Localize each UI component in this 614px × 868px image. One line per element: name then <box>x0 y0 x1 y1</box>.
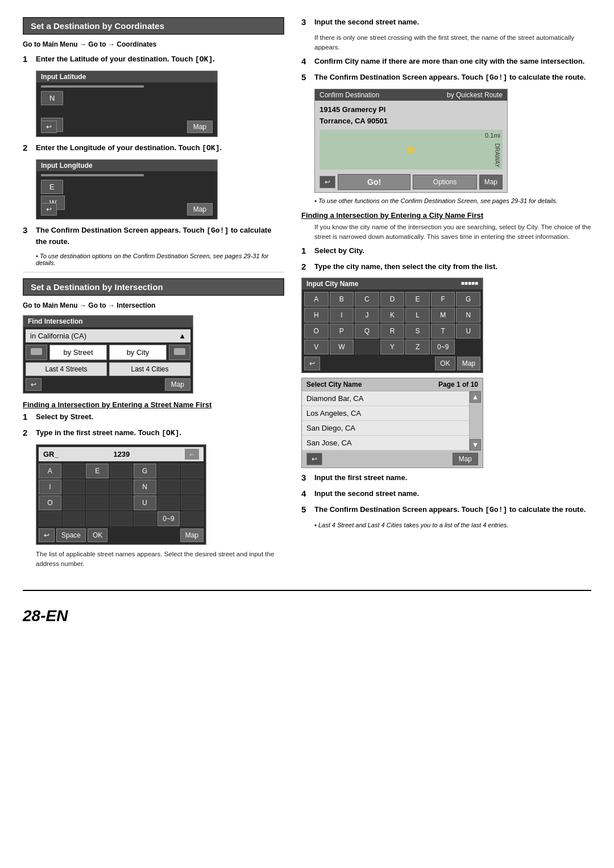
ckey-T[interactable]: T <box>431 324 455 338</box>
input-latitude-title: Input Latitude <box>36 71 217 82</box>
ckey-P[interactable]: P <box>330 324 354 338</box>
city-list-back-btn[interactable]: ↩ <box>306 453 322 465</box>
longitude-map-btn[interactable]: Map <box>187 203 213 216</box>
input-latitude-screen: Input Latitude N S Map ↩ <box>36 71 218 137</box>
ckey-Y[interactable]: Y <box>380 340 405 354</box>
key-A[interactable]: A <box>39 464 61 478</box>
kb-map-btn[interactable]: Map <box>180 528 204 542</box>
scroll-down-btn[interactable]: ▼ <box>470 439 481 450</box>
ckey-C[interactable]: C <box>355 292 379 307</box>
step2-inter-num: 2 <box>23 428 33 437</box>
city-item-3[interactable]: San Jose, CA <box>302 436 469 450</box>
city-kb-back-btn[interactable]: ↩ <box>304 357 320 370</box>
ckey-O[interactable]: O <box>304 324 329 338</box>
kb-ok-btn[interactable]: OK <box>88 528 107 542</box>
ckey-Z[interactable]: Z <box>405 340 430 354</box>
ckey-B[interactable]: B <box>330 292 354 307</box>
key-I[interactable]: I <box>39 480 61 494</box>
city-kb-indicator: ■■■■■ <box>461 280 478 288</box>
step3r-text: Input the second street name. <box>314 17 419 27</box>
step2-text: Enter the Longitude of your destination.… <box>36 143 222 154</box>
step3r-note: If there is only one street crossing wit… <box>314 33 591 53</box>
by-street-btn[interactable]: by Street <box>49 345 107 360</box>
street-keyboard-screen: GR_ 1239 ← A E G I N O <box>36 444 206 545</box>
kb-back-icon[interactable]: ← <box>185 449 199 460</box>
ckey-09[interactable]: 0~9 <box>431 340 455 354</box>
confirm-go-btn[interactable]: Go! <box>338 174 410 190</box>
city-keyboard-grid: A B C D E F G H I J K L M N O P Q R S T <box>304 292 480 354</box>
ckey-F[interactable]: F <box>431 292 455 307</box>
key-U[interactable]: U <box>134 495 156 510</box>
city-list-map-btn[interactable]: Map <box>453 453 478 465</box>
longitude-back-btn[interactable]: ↩ <box>41 203 57 216</box>
ckey-G[interactable]: G <box>456 292 480 307</box>
step2-inter-text: Type in the first street name. Touch [OK… <box>36 428 181 439</box>
scroll-up-btn[interactable]: ▲ <box>470 391 481 403</box>
confirm-map-btn[interactable]: Map <box>479 175 503 189</box>
find-map-btn[interactable]: Map <box>165 378 190 391</box>
confirm-back-btn[interactable]: ↩ <box>320 176 335 188</box>
city-kb-title-text: Input City Name <box>306 280 358 288</box>
step5r-text: The Confirm Destination Screen appears. … <box>314 72 586 83</box>
find-intersection-screen: Find Intersection in California (CA) ▲ b… <box>23 315 193 394</box>
last4-cities-btn[interactable]: Last 4 Cities <box>109 362 190 376</box>
step3-right: 3 Input the second street name. <box>301 17 591 27</box>
stepc4: 4 Input the second street name. <box>301 489 591 499</box>
ckey-Q[interactable]: Q <box>355 324 379 338</box>
city-kb-map-btn[interactable]: Map <box>457 357 480 370</box>
city-item-0[interactable]: Diamond Bar, CA <box>302 391 469 406</box>
find-icon2-btn <box>169 345 190 360</box>
stepc5-num: 5 <box>301 505 312 514</box>
confirm-map-area: ★ 0.1mi DRAWAY <box>320 130 503 170</box>
ckey-U[interactable]: U <box>456 324 480 338</box>
stepc5: 5 The Confirm Destination Screen appears… <box>301 505 591 515</box>
city-keyboard-screen: Input City Name ■■■■■ A B C D E F G H I … <box>301 278 483 373</box>
key-09[interactable]: 0~9 <box>157 511 180 526</box>
key-G[interactable]: G <box>134 464 156 478</box>
step5r-bullet: • To use other functions on the Confirm … <box>314 197 591 204</box>
city-item-1[interactable]: Los Angeles, CA <box>302 406 469 421</box>
finding-city-header: Finding a Intersection by Entering a Cit… <box>301 211 591 220</box>
section2-navpath: Go to Main Menu → Go to → Intersection <box>23 301 284 309</box>
kb-input-num: 1239 <box>113 450 130 458</box>
ckey-D[interactable]: D <box>380 292 405 307</box>
stepc3-text: Input the first street name. <box>314 473 407 483</box>
find-back-btn[interactable]: ↩ <box>26 378 42 391</box>
city-item-2[interactable]: San Diego, CA <box>302 421 469 436</box>
ckey-H[interactable]: H <box>304 308 329 323</box>
key-E[interactable]: E <box>86 464 109 478</box>
step4r-text: Confirm City name if there are more than… <box>314 56 584 67</box>
find-intersection-title: Find Intersection <box>23 316 193 327</box>
ckey-M[interactable]: M <box>431 308 455 323</box>
step5r-num: 5 <box>301 72 312 82</box>
key-N[interactable]: N <box>134 480 156 494</box>
by-city-btn[interactable]: by City <box>109 345 167 360</box>
ckey-J[interactable]: J <box>355 308 379 323</box>
ckey-E[interactable]: E <box>405 292 430 307</box>
ckey-A[interactable]: A <box>304 292 329 307</box>
step1-num: 1 <box>23 54 33 64</box>
ckey-K[interactable]: K <box>380 308 405 323</box>
ckey-I[interactable]: I <box>330 308 354 323</box>
ckey-S[interactable]: S <box>405 324 430 338</box>
stepc5-text: The Confirm Destination Screen appears. … <box>314 505 586 515</box>
ckey-R[interactable]: R <box>380 324 405 338</box>
latitude-N-btn[interactable]: N <box>41 91 63 105</box>
key-O[interactable]: O <box>39 495 61 510</box>
latitude-map-btn[interactable]: Map <box>187 121 213 133</box>
confirm-address2: Torrance, CA 90501 <box>320 115 503 127</box>
kb-space-btn[interactable]: Space <box>56 528 86 542</box>
latitude-back-btn[interactable]: ↩ <box>41 121 57 133</box>
ckey-V[interactable]: V <box>304 340 329 354</box>
city-kb-ok-btn[interactable]: OK <box>435 357 455 370</box>
ckey-W[interactable]: W <box>330 340 354 354</box>
step4-right: 4 Confirm City name if there are more th… <box>301 56 591 67</box>
ckey-L[interactable]: L <box>405 308 430 323</box>
confirm-options-btn[interactable]: Options <box>413 175 476 189</box>
last4-streets-btn[interactable]: Last 4 Streets <box>26 362 107 376</box>
page-number: 28-EN <box>23 607 591 625</box>
longitude-E-btn[interactable]: E <box>41 180 63 194</box>
kb-back-btn[interactable]: ↩ <box>39 528 55 542</box>
step3-coord-num: 3 <box>23 225 33 235</box>
ckey-N[interactable]: N <box>456 308 480 323</box>
